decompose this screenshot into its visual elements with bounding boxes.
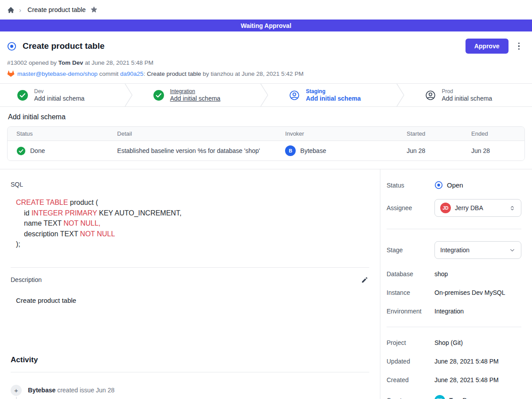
commit-hash-link[interactable]: da90a25 bbox=[120, 70, 144, 77]
stage-env-label: Staging bbox=[306, 88, 361, 94]
stage-dev[interactable]: DevAdd initial schema bbox=[0, 84, 125, 106]
creator-row: Creator TD Tom Dev bbox=[387, 395, 521, 399]
page-title: Create product table bbox=[23, 41, 105, 51]
stage-integration[interactable]: IntegrationAdd initial schema bbox=[136, 84, 261, 106]
assignee-avatar: JD bbox=[440, 203, 451, 213]
home-icon[interactable] bbox=[7, 6, 15, 14]
chevron-down-icon bbox=[509, 247, 516, 254]
instance-label: Instance bbox=[387, 289, 434, 296]
plus-icon: + bbox=[11, 385, 22, 396]
main-column: SQL CREATE TABLE product ( id INTEGER PR… bbox=[0, 169, 380, 399]
stage-env-label: Prod bbox=[442, 88, 493, 94]
task-invoker: Bytebase bbox=[300, 147, 326, 154]
environment-row: Environment Integration bbox=[387, 308, 521, 315]
open-status-icon bbox=[434, 181, 443, 189]
branch-repo-link[interactable]: master@bytebase-demo/shop bbox=[17, 70, 98, 77]
task-detail: Established baseline version %s for data… bbox=[117, 147, 260, 154]
divider bbox=[387, 327, 521, 327]
stage-separator bbox=[260, 84, 272, 106]
column-started: Started bbox=[398, 127, 462, 141]
instance-row: Instance On-premises Dev MySQL bbox=[387, 289, 521, 296]
created-label: Created bbox=[387, 376, 434, 383]
chevron-right-icon: › bbox=[19, 6, 21, 14]
created-value: June 28, 2021 5:48 PM bbox=[434, 376, 521, 383]
project-label: Project bbox=[387, 339, 434, 346]
description-text: Create product table bbox=[16, 297, 369, 304]
database-row: Database shop bbox=[387, 270, 521, 278]
stage-select[interactable]: Integration bbox=[434, 241, 521, 259]
divider bbox=[11, 372, 369, 372]
stage-separator bbox=[396, 84, 408, 106]
project-row: Project Shop (Git) bbox=[387, 339, 521, 346]
column-invoker: Invoker bbox=[276, 127, 398, 141]
task-table: Status Detail Invoker Started Ended Done… bbox=[7, 126, 525, 161]
description-label: Description bbox=[11, 276, 42, 283]
divider bbox=[11, 267, 369, 268]
table-row[interactable]: Done Established baseline version %s for… bbox=[8, 141, 524, 161]
stage-task-label: Add initial schema bbox=[442, 95, 493, 102]
task-heading: Add initial schema bbox=[8, 113, 525, 121]
issue-header: Create product table Approve #13002 open… bbox=[0, 31, 532, 83]
activity-section: Activity + Bytebase created issue Jun 28 bbox=[11, 356, 369, 396]
status-value: Open bbox=[447, 181, 463, 189]
edit-description-pencil-icon[interactable] bbox=[360, 275, 369, 285]
waiting-approval-banner: Waiting Approval bbox=[0, 20, 532, 31]
column-detail: Detail bbox=[108, 127, 276, 141]
sql-statement: CREATE TABLE product ( id INTEGER PRIMAR… bbox=[16, 197, 369, 250]
assignee-select[interactable]: JD Jerry DBA bbox=[434, 199, 521, 217]
database-value: shop bbox=[434, 270, 521, 278]
updated-row: Updated June 28, 2021 5:48 PM bbox=[387, 358, 521, 365]
breadcrumb-page-title: Create product table bbox=[27, 6, 86, 13]
stage-staging[interactable]: StagingAdd initial schema bbox=[272, 84, 396, 106]
invoker-avatar: B bbox=[285, 145, 296, 156]
commit-word: commit bbox=[98, 70, 120, 77]
activity-actor: Bytebase bbox=[28, 387, 55, 394]
sql-line: description TEXT NOT NULL bbox=[16, 229, 369, 239]
environment-label: Environment bbox=[387, 308, 434, 315]
created-row: Created June 28, 2021 5:48 PM bbox=[387, 376, 521, 383]
star-icon[interactable] bbox=[90, 6, 98, 14]
assignee-value: Jerry DBA bbox=[455, 204, 505, 211]
open-status-icon bbox=[7, 42, 16, 51]
environment-value: Integration bbox=[434, 308, 521, 315]
issue-number: #13002 opened by bbox=[7, 59, 59, 66]
assignee-label: Assignee bbox=[387, 204, 434, 211]
commit-message: Create product table bbox=[147, 70, 201, 77]
column-ended: Ended bbox=[462, 127, 524, 141]
status-label: Status bbox=[387, 182, 434, 189]
creator-avatar: TD bbox=[434, 395, 445, 399]
up-down-chevrons-icon bbox=[509, 205, 516, 211]
issue-author: Tom Dev bbox=[59, 59, 83, 66]
sql-label: SQL bbox=[11, 181, 369, 188]
stage-prod[interactable]: ProdAdd initial schema bbox=[408, 84, 532, 106]
approve-button[interactable]: Approve bbox=[466, 39, 509, 54]
pipeline-stages: DevAdd initial schema IntegrationAdd ini… bbox=[0, 83, 532, 107]
status-row: Status Open bbox=[387, 181, 521, 189]
vcs-commit-line: master@bytebase-demo/shop commit da90a25… bbox=[7, 70, 522, 77]
sql-line: name TEXT NOT NULL, bbox=[16, 218, 369, 229]
task-status: Done bbox=[30, 147, 45, 154]
task-started: Jun 28 bbox=[407, 147, 425, 154]
user-circle-icon bbox=[425, 90, 436, 101]
stage-task-label: Add initial schema bbox=[170, 95, 221, 102]
stage-task-label: Add initial schema bbox=[306, 95, 361, 102]
issue-open-time: at June 28, 2021 5:48 PM bbox=[83, 59, 153, 66]
gitlab-icon bbox=[7, 70, 15, 77]
sql-line: id INTEGER PRIMARY KEY AUTO_INCREMENT, bbox=[16, 208, 369, 219]
stage-env-label: Dev bbox=[34, 88, 85, 94]
timeline-connector bbox=[16, 397, 17, 399]
more-actions-kebab-icon[interactable] bbox=[516, 41, 523, 52]
done-check-icon bbox=[16, 146, 26, 156]
column-status: Status bbox=[8, 127, 108, 141]
content-area: SQL CREATE TABLE product ( id INTEGER PR… bbox=[0, 169, 532, 399]
stage-value: Integration bbox=[440, 246, 505, 254]
task-ended: Jun 28 bbox=[471, 147, 490, 154]
issue-detail-page: › Create product table Waiting Approval … bbox=[0, 0, 532, 399]
updated-label: Updated bbox=[387, 358, 434, 365]
table-header-row: Status Detail Invoker Started Ended bbox=[8, 127, 524, 141]
task-section: Add initial schema Status Detail Invoker… bbox=[0, 107, 532, 169]
issue-sidebar: Status Open Assignee JD Jerry DBA Stage bbox=[380, 169, 532, 399]
user-circle-icon bbox=[289, 90, 300, 101]
updated-value: June 28, 2021 5:48 PM bbox=[434, 358, 521, 365]
activity-action: created issue Jun 28 bbox=[55, 387, 114, 394]
